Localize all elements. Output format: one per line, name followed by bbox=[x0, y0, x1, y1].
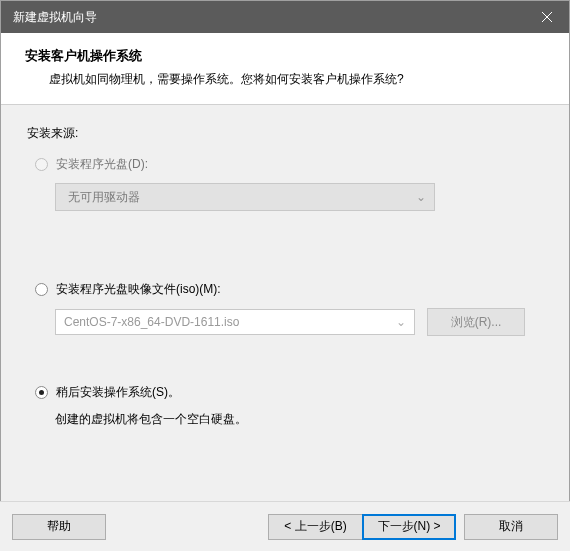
radio-icon bbox=[35, 158, 48, 171]
wizard-footer: 帮助 < 上一步(B) 下一步(N) > 取消 bbox=[0, 501, 570, 551]
cancel-button[interactable]: 取消 bbox=[464, 514, 558, 540]
wizard-header: 安装客户机操作系统 虚拟机如同物理机，需要操作系统。您将如何安装客户机操作系统? bbox=[1, 33, 569, 105]
iso-path-value: CentOS-7-x86_64-DVD-1611.iso bbox=[64, 315, 239, 329]
browse-button: 浏览(R)... bbox=[427, 308, 525, 336]
drive-dropdown: 无可用驱动器 ⌄ bbox=[55, 183, 435, 211]
help-button[interactable]: 帮助 bbox=[12, 514, 106, 540]
option-install-later[interactable]: 稍后安装操作系统(S)。 bbox=[35, 384, 543, 401]
option-iso-file[interactable]: 安装程序光盘映像文件(iso)(M): bbox=[35, 281, 543, 298]
radio-icon bbox=[35, 386, 48, 399]
close-icon bbox=[542, 12, 552, 22]
page-title: 安装客户机操作系统 bbox=[25, 47, 545, 65]
close-button[interactable] bbox=[524, 1, 569, 33]
option-label: 安装程序光盘(D): bbox=[56, 156, 148, 173]
window-title: 新建虚拟机向导 bbox=[13, 9, 97, 26]
chevron-down-icon: ⌄ bbox=[396, 315, 406, 329]
back-button[interactable]: < 上一步(B) bbox=[268, 514, 362, 540]
source-label: 安装来源: bbox=[27, 125, 543, 142]
radio-icon bbox=[35, 283, 48, 296]
option-installer-disc[interactable]: 安装程序光盘(D): bbox=[35, 156, 543, 173]
page-subtitle: 虚拟机如同物理机，需要操作系统。您将如何安装客户机操作系统? bbox=[25, 71, 545, 88]
iso-path-field: CentOS-7-x86_64-DVD-1611.iso ⌄ bbox=[55, 309, 415, 335]
wizard-content: 安装来源: 安装程序光盘(D): 无可用驱动器 ⌄ 安装程序光盘映像文件(iso… bbox=[1, 105, 569, 438]
option-label: 安装程序光盘映像文件(iso)(M): bbox=[56, 281, 221, 298]
title-bar: 新建虚拟机向导 bbox=[1, 1, 569, 33]
blank-disk-hint: 创建的虚拟机将包含一个空白硬盘。 bbox=[55, 411, 543, 428]
dropdown-value: 无可用驱动器 bbox=[68, 189, 140, 206]
next-button[interactable]: 下一步(N) > bbox=[362, 514, 456, 540]
chevron-down-icon: ⌄ bbox=[416, 190, 426, 204]
option-label: 稍后安装操作系统(S)。 bbox=[56, 384, 180, 401]
